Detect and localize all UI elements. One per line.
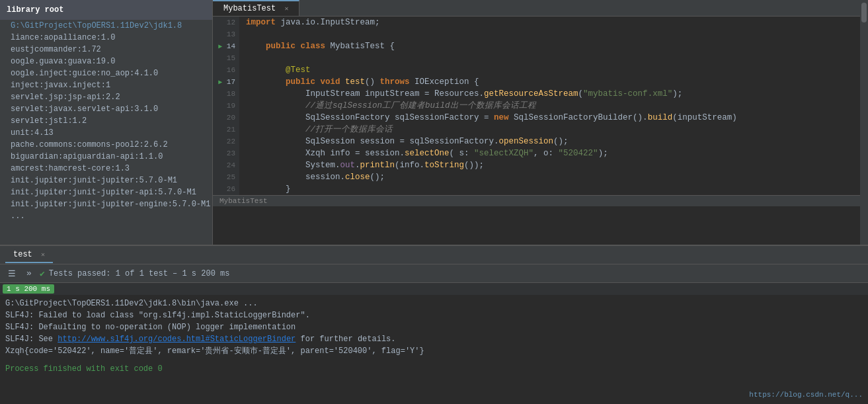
code-lines: import java.io.InputStream; public class… [239,17,860,195]
output-line: SLF4J: See http://www.slf4j.org/codes.ht… [5,333,863,345]
sidebar-item-jdk18[interactable]: G:\GitProject\TopOERS1.11Dev2\jdk1.8 [0,20,212,32]
output-line: G:\GitProject\TopOERS1.11Dev2\jdk1.8\bin… [5,298,863,309]
code-line-16: @Test [246,64,860,76]
line-number-16: 16 [213,64,235,76]
sidebar-item-dep9[interactable]: unit:4.13 [0,127,212,139]
line-number-13: 13 [213,28,235,40]
code-line-12: import java.io.InputStream; [246,17,860,28]
sidebar-item-dep1[interactable]: liance:aopalliance:1.0 [0,32,212,44]
code-line-21: //打开一个数据库会话 [246,124,860,136]
editor-tab-label: MybatisTest [223,4,276,13]
list-icon: ☰ [8,268,16,279]
arrow-icon: » [26,268,32,278]
output-line: SLF4J: Failed to load class "org.slf4j.i… [5,309,863,321]
close-icon[interactable]: ✕ [284,5,288,13]
code-line-18: InputStream inputStream = Resources.getR… [246,88,860,100]
sidebar-item-dep7[interactable]: servlet:javax.servlet-api:3.1.0 [0,103,212,115]
scroll-indicator[interactable] [860,0,868,245]
sidebar-item-dep3[interactable]: oogle.guava:guava:19.0 [0,56,212,67]
line-number-18: 18 [213,88,235,100]
code-line-17: public void test() throws IOException { [246,76,860,88]
code-line-20: SqlSessionFactory sqlSessionFactory = ne… [246,112,860,124]
sidebar-item-dep6[interactable]: servlet.jsp:jsp-api:2.2 [0,91,212,103]
sidebar-item-dep14[interactable]: init.jupiter:junit-jupiter-api:5.7.0-M1 [0,186,212,198]
line-number-25: 25 [213,171,235,183]
output-line [5,357,863,363]
code-line-22: SqlSession session = sqlSessionFactory.o… [246,136,860,147]
editor: MybatisTest ✕ 1213▶ 141516▶ 171819202122… [213,0,860,245]
line-number-21: 21 [213,124,235,136]
tab-close-icon[interactable]: ✕ [41,251,45,259]
sidebar-item-dep4[interactable]: oogle.inject:guice:no_aop:4.1.0 [0,67,212,79]
arrow-icon-button[interactable]: » [22,267,36,280]
code-line-13 [246,28,860,40]
breadcrumb: MybatisTest [213,195,860,206]
output-line: Xzqh{code='520422', name='普定县', remark='… [5,345,863,357]
code-line-24: System.out.println(info.toString()); [246,159,860,171]
code-line-14: public class MybatisTest { [246,40,860,52]
test-status-text: Tests passed: 1 of 1 test – 1 s 200 ms [49,269,230,278]
editor-tab-mybatistest[interactable]: MybatisTest ✕ [213,0,299,16]
code-line-15 [246,52,860,64]
test-toolbar: ☰ » ✔ Tests passed: 1 of 1 test – 1 s 20… [0,264,868,283]
bottom-tab-test[interactable]: test ✕ [5,247,53,263]
line-numbers: 1213▶ 141516▶ 17181920212223242526 [213,17,239,195]
bottom-tab-label: test [13,250,32,259]
sidebar-item-dep11[interactable]: biguardian:apiguardian-api:1.1.0 [0,151,212,163]
sidebar-item-dep16[interactable]: ... [0,210,212,222]
sidebar-item-dep10[interactable]: pache.commons:commons-pool2:2.6.2 [0,139,212,151]
line-number-26: 26 [213,183,235,195]
code-line-26: } [246,183,860,195]
output-area: G:\GitProject\TopOERS1.11Dev2\jdk1.8\bin… [0,295,868,404]
line-number-22: 22 [213,136,235,147]
time-badge-row: 1 s 200 ms [0,283,868,295]
time-badge[interactable]: 1 s 200 ms [3,284,54,294]
sidebar-item-dep8[interactable]: servlet:jstl:1.2 [0,115,212,127]
line-number-12: 12 [213,17,235,28]
sidebar-item-dep15[interactable]: init.jupiter:junit-jupiter-engine:5.7.0-… [0,198,212,210]
output-link[interactable]: http://www.slf4j.org/codes.html#StaticLo… [58,335,296,344]
status-label: Tests passed: 1 of 1 test – 1 s 200 ms [49,269,230,278]
line-number-19: 19 [213,100,235,112]
editor-tab-bar: MybatisTest ✕ [213,0,860,17]
breadcrumb-label: MybatisTest [219,197,268,205]
line-number-20: 20 [213,112,235,124]
code-area: 1213▶ 141516▶ 17181920212223242526 impor… [213,17,860,195]
bottom-right-link: https://blog.csdn.net/q... [749,391,863,399]
line-number-17: ▶ 17 [213,76,235,88]
output-line: Process finished with exit code 0 [5,363,863,375]
sidebar-item-dep2[interactable]: eustjcommander:1.72 [0,44,212,56]
code-line-23: Xzqh info = session.selectOne( s: "selec… [246,147,860,159]
sidebar-item-dep12[interactable]: amcrest:hamcrest-core:1.3 [0,163,212,175]
sidebar-item-dep13[interactable]: init.jupiter:junit-jupiter:5.7.0-M1 [0,175,212,186]
list-icon-button[interactable]: ☰ [5,267,19,280]
bottom-tab-bar: test ✕ [0,246,868,264]
test-passed-icon: ✔ [40,268,45,279]
line-number-24: 24 [213,159,235,171]
line-number-15: 15 [213,52,235,64]
bottom-panel: test ✕ ☰ » ✔ Tests passed: 1 of 1 test –… [0,245,868,404]
code-line-19: //通过sqlSession工厂创建者build出一个数据库会话工程 [246,100,860,112]
sidebar: library rootG:\GitProject\TopOERS1.11Dev… [0,0,213,245]
line-number-23: 23 [213,147,235,159]
main-area: library rootG:\GitProject\TopOERS1.11Dev… [0,0,868,245]
sidebar-item-library-root[interactable]: library root [0,0,212,20]
scroll-thumb [861,3,867,22]
line-number-14: ▶ 14 [213,40,235,52]
sidebar-item-dep5[interactable]: inject:javax.inject:1 [0,79,212,91]
output-line: SLF4J: Defaulting to no-operation (NOP) … [5,321,863,333]
code-line-25: session.close(); [246,171,860,183]
